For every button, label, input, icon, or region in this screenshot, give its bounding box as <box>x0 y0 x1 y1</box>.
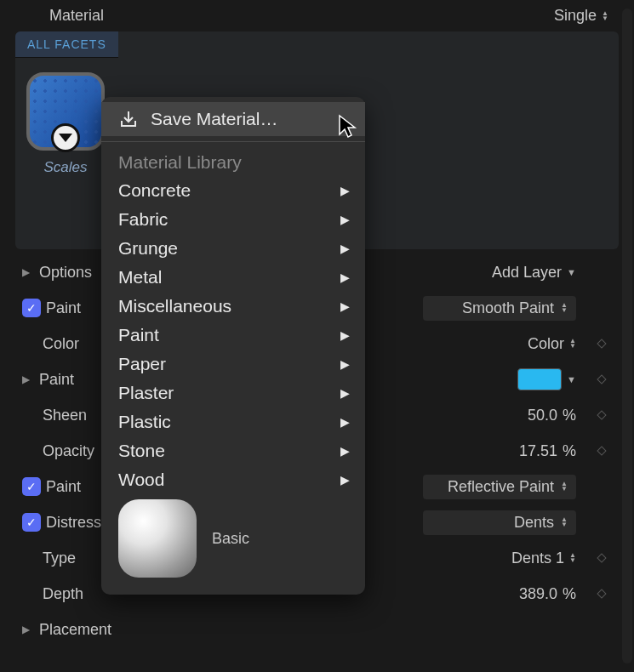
basic-label: Basic <box>212 530 249 548</box>
color-mode-dropdown[interactable]: Color ▲▼ <box>528 335 576 353</box>
disclosure-icon[interactable]: ▶ <box>22 266 34 278</box>
section-title: Material <box>49 7 104 25</box>
menu-label: Wood <box>118 470 164 490</box>
menu-category-fabric[interactable]: Fabric▶ <box>101 205 365 234</box>
keyframe-diamond[interactable] <box>597 553 606 562</box>
submenu-arrow-icon: ▶ <box>340 386 350 400</box>
submenu-arrow-icon: ▶ <box>340 328 350 342</box>
paint-color-label: Paint <box>39 371 74 389</box>
menu-basic-item[interactable]: Basic <box>101 494 365 583</box>
menu-library-header: Material Library <box>101 147 365 176</box>
menu-label: Concrete <box>118 180 191 201</box>
menu-label: Plastic <box>118 412 171 432</box>
submenu-arrow-icon: ▶ <box>340 444 350 458</box>
keyframe-diamond[interactable] <box>597 374 606 384</box>
submenu-arrow-icon: ▶ <box>340 271 350 284</box>
color-label: Color <box>43 335 79 353</box>
menu-label: Plaster <box>118 383 174 403</box>
updown-icon: ▲▼ <box>561 517 568 527</box>
updown-icon: ▲▼ <box>569 553 576 563</box>
submenu-arrow-icon: ▶ <box>340 242 350 255</box>
updown-icon: ▲▼ <box>561 481 568 492</box>
menu-category-paper[interactable]: Paper▶ <box>101 350 365 379</box>
menu-category-plastic[interactable]: Plastic▶ <box>101 407 365 436</box>
checkbox-distress[interactable]: ✓ <box>22 513 41 532</box>
disclosure-icon[interactable]: ▶ <box>22 624 34 635</box>
menu-label: Grunge <box>118 238 178 259</box>
opacity-label: Opacity <box>43 442 94 460</box>
submenu-arrow-icon: ▶ <box>340 357 350 371</box>
submenu-arrow-icon: ▶ <box>340 415 350 429</box>
checkbox-paint[interactable]: ✓ <box>22 299 41 317</box>
sheen-value[interactable]: 50.0 <box>528 407 557 424</box>
sheen-label: Sheen <box>43 407 87 424</box>
submenu-arrow-icon: ▶ <box>340 184 350 197</box>
submenu-arrow-icon: ▶ <box>340 299 350 313</box>
menu-category-metal[interactable]: Metal▶ <box>101 263 365 292</box>
paint-type-dropdown[interactable]: Smooth Paint ▲▼ <box>423 296 576 321</box>
menu-separator <box>101 141 365 142</box>
menu-label: Metal <box>118 267 162 288</box>
placement-label: Placement <box>39 621 111 639</box>
menu-label: Miscellaneous <box>118 296 231 316</box>
material-preview <box>26 72 105 151</box>
depth-label: Depth <box>43 585 83 603</box>
add-layer-button[interactable]: Add Layer ▼ <box>492 264 576 282</box>
material-mode-value: Single <box>554 7 597 25</box>
chevron-down-icon[interactable]: ▼ <box>567 374 576 384</box>
disclosure-icon[interactable]: ▶ <box>22 373 34 385</box>
material-action-button[interactable] <box>51 123 80 152</box>
type-label: Type <box>43 550 76 567</box>
menu-category-concrete[interactable]: Concrete▶ <box>101 176 365 205</box>
menu-label: Fabric <box>118 209 168 230</box>
menu-category-miscellaneous[interactable]: Miscellaneous▶ <box>101 292 365 321</box>
sheen-unit: % <box>563 407 576 424</box>
paint2-type-value: Reflective Paint <box>448 478 554 496</box>
menu-label: Stone <box>118 441 165 461</box>
updown-icon: ▲▼ <box>602 11 608 21</box>
facets-tab[interactable]: ALL FACETS <box>15 31 118 58</box>
menu-save-material[interactable]: Save Material… <box>101 102 365 136</box>
menu-category-stone[interactable]: Stone▶ <box>101 436 365 465</box>
submenu-arrow-icon: ▶ <box>340 473 350 487</box>
opacity-value[interactable]: 17.51 <box>519 442 557 460</box>
chevron-down-icon: ▼ <box>567 267 576 277</box>
menu-category-paint[interactable]: Paint▶ <box>101 321 365 350</box>
menu-label: Paint <box>118 325 159 345</box>
menu-save-label: Save Material… <box>151 109 277 129</box>
color-mode-value: Color <box>528 335 564 353</box>
color-swatch[interactable] <box>517 368 562 390</box>
add-layer-label: Add Layer <box>492 264 562 282</box>
updown-icon: ▲▼ <box>569 339 576 349</box>
paint2-label: Paint <box>46 478 81 496</box>
menu-label: Paper <box>118 354 166 374</box>
keyframe-diamond[interactable] <box>597 446 606 455</box>
depth-value[interactable]: 389.0 <box>519 585 557 603</box>
paint2-type-dropdown[interactable]: Reflective Paint ▲▼ <box>423 475 576 499</box>
checkbox-paint2[interactable]: ✓ <box>22 477 41 496</box>
material-name: Scales <box>24 159 107 176</box>
distress-dropdown[interactable]: Dents ▲▼ <box>423 510 576 535</box>
basic-material-preview <box>118 499 197 578</box>
keyframe-diamond[interactable] <box>597 410 606 419</box>
distress-value: Dents <box>514 514 554 532</box>
scrollbar[interactable] <box>622 9 632 663</box>
submenu-arrow-icon: ▶ <box>340 213 350 226</box>
paint-type-value: Smooth Paint <box>462 299 554 317</box>
keyframe-diamond[interactable] <box>597 339 606 348</box>
depth-unit: % <box>563 585 576 603</box>
menu-category-wood[interactable]: Wood▶ <box>101 465 365 494</box>
keyframe-diamond[interactable] <box>597 589 606 598</box>
menu-category-plaster[interactable]: Plaster▶ <box>101 379 365 407</box>
type-dropdown[interactable]: Dents 1 ▲▼ <box>511 550 576 567</box>
type-value: Dents 1 <box>511 550 564 567</box>
cursor-icon <box>338 114 360 140</box>
material-thumbnail[interactable]: Scales <box>24 72 107 176</box>
paint-label: Paint <box>46 299 81 317</box>
save-icon <box>118 109 139 129</box>
menu-category-grunge[interactable]: Grunge▶ <box>101 234 365 263</box>
opacity-unit: % <box>563 442 576 460</box>
material-context-menu: Save Material… Material Library Concrete… <box>101 97 365 595</box>
material-mode-dropdown[interactable]: Single ▲▼ <box>554 7 608 25</box>
updown-icon: ▲▼ <box>561 303 568 313</box>
